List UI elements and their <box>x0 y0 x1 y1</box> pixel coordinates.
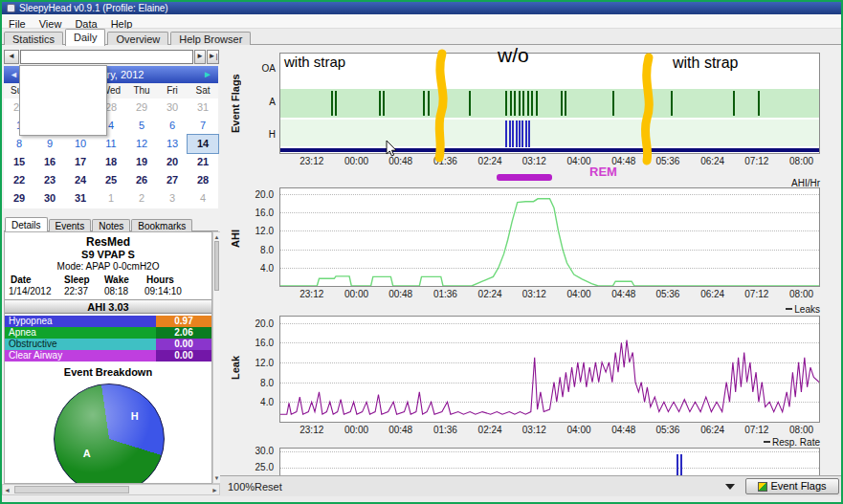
event-flags-plot[interactable] <box>279 53 820 154</box>
leak-line <box>280 317 819 422</box>
scrollbar-thumb[interactable] <box>14 486 129 493</box>
calendar-day-24[interactable]: 24 <box>65 171 96 189</box>
event-row-clear-airway: Clear Airway0.00 <box>5 350 211 362</box>
apnea-flag-tick <box>671 91 673 116</box>
tab-help-browser[interactable]: Help Browser <box>170 32 251 46</box>
calendar-day-14[interactable]: 14 <box>188 135 218 153</box>
x-tick-label: 07:12 <box>738 289 776 299</box>
scroll-right-icon[interactable]: ► <box>211 486 218 495</box>
machine-brand: ResMed <box>5 235 211 249</box>
date-range-combo[interactable] <box>20 50 193 64</box>
calendar-day-16[interactable]: 16 <box>34 153 65 171</box>
title-bar[interactable]: SleepyHead v0.9.1 (Profile: Elaine) <box>2 2 841 14</box>
row-label-h: H <box>251 129 276 140</box>
x-tick-label: 00:00 <box>338 425 376 435</box>
leak-plot[interactable] <box>279 316 820 423</box>
calendar-day-12[interactable]: 12 <box>126 135 157 153</box>
calendar-day-29[interactable]: 29 <box>4 189 34 208</box>
calendar-day-26[interactable]: 26 <box>126 171 157 189</box>
x-tick-label: 05:36 <box>649 289 687 299</box>
details-panel: ResMed S9 VPAP S Mode: APAP 0-0cmH2O Dat… <box>4 231 212 484</box>
calendar-day-4[interactable]: 4 <box>188 189 218 208</box>
event-label: Obstructive <box>9 339 57 350</box>
ahi-plot[interactable] <box>279 187 820 287</box>
session-hours: 09:14:10 <box>144 286 202 296</box>
event-row-obstructive: Obstructive0.00 <box>5 339 211 350</box>
x-tick-label: 00:48 <box>382 156 420 166</box>
event-label: Apnea <box>9 327 36 339</box>
calendar-day-3[interactable]: 3 <box>157 189 188 208</box>
tab-statistics[interactable]: Statistics <box>4 32 63 46</box>
calendar-day-30[interactable]: 30 <box>34 189 65 208</box>
calendar-day-31[interactable]: 31 <box>65 189 96 208</box>
details-tab-bookmarks[interactable]: Bookmarks <box>131 219 192 232</box>
calendar-day-18[interactable]: 18 <box>96 153 126 171</box>
calendar-day-28[interactable]: 28 <box>188 171 218 189</box>
calendar-day-21[interactable]: 21 <box>188 153 218 171</box>
apnea-flag-tick <box>733 91 735 116</box>
y-tick-label: 12.0 <box>239 226 274 236</box>
x-tick-label: 05:36 <box>649 425 687 435</box>
rem-highlight-bar <box>497 174 552 181</box>
open-dropdown-panel[interactable] <box>19 65 107 136</box>
scroll-left-icon[interactable]: ◄ <box>4 486 11 495</box>
event-flags-button[interactable]: Event Flags <box>745 478 839 494</box>
calendar-day-6[interactable]: 6 <box>157 117 188 135</box>
reset-button[interactable]: Reset <box>255 481 282 493</box>
calendar-day-10[interactable]: 10 <box>65 135 96 153</box>
calendar-day-20[interactable]: 20 <box>157 153 188 171</box>
resp-rate-plot[interactable] <box>279 448 820 475</box>
chart-visibility-dropdown-icon[interactable] <box>725 484 735 490</box>
calendar-day-29[interactable]: 29 <box>126 99 157 117</box>
scrollbar-thumb[interactable] <box>214 241 219 291</box>
event-rate-rows: Hypopnea0.97Apnea2.06Obstructive0.00Clea… <box>5 316 211 362</box>
calendar-day-19[interactable]: 19 <box>126 153 157 171</box>
calendar-day-2[interactable]: 2 <box>126 189 157 208</box>
calendar-day-15[interactable]: 15 <box>4 153 34 171</box>
calendar-day-17[interactable]: 17 <box>65 153 96 171</box>
calendar-day-11[interactable]: 11 <box>96 135 126 153</box>
next-day-button[interactable]: ► <box>194 50 206 64</box>
latest-day-button[interactable]: ►| <box>207 50 219 64</box>
resp-unit-label: Resp. Rate <box>279 437 820 448</box>
event-row-apnea: Apnea2.06 <box>5 327 211 339</box>
details-tab-details[interactable]: Details <box>5 217 48 232</box>
calendar-day-27[interactable]: 27 <box>157 171 188 189</box>
details-tab-notes[interactable]: Notes <box>92 219 130 232</box>
apnea-flag-tick <box>510 91 512 116</box>
calendar-day-13[interactable]: 13 <box>157 135 188 153</box>
left-horizontal-scrollbar[interactable]: ◄ ► <box>2 484 220 495</box>
calendar-day-7[interactable]: 7 <box>188 117 218 135</box>
row-label-oa: OA <box>251 63 276 74</box>
x-tick-label: 04:00 <box>560 289 598 299</box>
calendar-day-30[interactable]: 30 <box>157 99 188 117</box>
x-tick-label: 00:00 <box>338 156 376 166</box>
session-date: 1/14/2012 <box>9 286 62 296</box>
next-month-icon[interactable]: ► <box>203 69 212 79</box>
calendar-day-23[interactable]: 23 <box>34 171 65 189</box>
tab-daily[interactable]: Daily <box>65 29 105 46</box>
calendar-day-31[interactable]: 31 <box>188 99 218 117</box>
calendar-day-5[interactable]: 5 <box>126 117 157 135</box>
annotation-without-strap: w/o <box>498 44 529 67</box>
tab-overview[interactable]: Overview <box>107 32 168 46</box>
calendar-day-25[interactable]: 25 <box>96 171 126 189</box>
previous-day-button[interactable]: ◄ <box>4 50 19 64</box>
details-tab-events[interactable]: Events <box>49 219 92 232</box>
scroll-down-icon[interactable]: ▼ <box>213 473 220 483</box>
calendar-day-1[interactable]: 1 <box>96 189 126 208</box>
calendar-day-9[interactable]: 9 <box>34 135 65 153</box>
annotation-with-strap-right: with strap <box>673 55 738 72</box>
weekday-fri: Fri <box>157 83 188 99</box>
y-tick-label: 4.0 <box>239 397 274 407</box>
apnea-flag-tick <box>331 91 333 116</box>
x-tick-label: 03:12 <box>515 156 553 166</box>
apnea-flag-tick <box>469 91 471 116</box>
bottom-bar: 100% Reset Event Flags <box>220 475 841 496</box>
prev-month-icon[interactable]: ◄ <box>10 70 18 79</box>
calendar-day-22[interactable]: 22 <box>4 171 34 189</box>
calendar-day-8[interactable]: 8 <box>4 135 34 153</box>
y-tick-label: 8.0 <box>239 245 274 255</box>
x-tick-label: 01:36 <box>426 289 464 299</box>
y-tick-label: 20.0 <box>239 189 274 200</box>
